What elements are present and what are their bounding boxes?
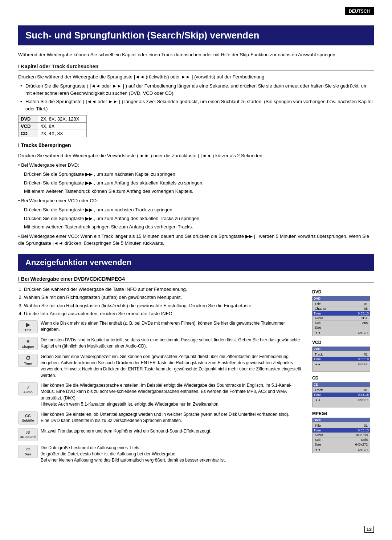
mpeg4-row-sub: SubNein <box>315 438 368 442</box>
speed-table: DVD 2X, 8X, 32X, 128X VCD 4X, 8X CD 2X, … <box>18 115 87 137</box>
main-title: Such- und Sprungfunktion (Search/Skip) v… <box>18 25 374 45</box>
section1-bullet-1: Drücken Sie die Sprungtaste ( |◄◄ oder ►… <box>25 82 374 97</box>
table-cell-format: DVD <box>19 115 38 123</box>
chapter-icon-label: Chapter <box>22 345 34 349</box>
table-cell-speeds: 2X, 8X, 32X, 128X <box>38 115 87 123</box>
side-column: DVD DVD Title01 Chapter05 Time0:05:13 Au… <box>312 286 374 467</box>
3dsound-icon-symbol: 3D <box>26 430 30 434</box>
icon-row-3dsound: 3D 3D Sound Mit zwei Frontlautsprechern … <box>18 428 305 441</box>
section2-dvd-item2: Drücken Sie die Sprungtaste ▶▶ , um zum … <box>24 179 374 187</box>
chapter-icon-badge: ≡ Chapter <box>18 337 38 350</box>
section2-bullet-group-vcd: • Bei Wiedergabe einer VCD oder CD: Drüc… <box>18 197 374 231</box>
table-cell-speeds: 2X, 4X, 8X <box>38 130 87 137</box>
section2-body1: Drücken Sie während der Wiedergabe die V… <box>18 152 374 159</box>
vcd-row-time: Time0:05:18 <box>313 357 370 362</box>
dvd-row-audio: Audio3DX <box>315 316 368 321</box>
numbered-steps: Drücken Sie während der Wiedergabe die T… <box>24 286 305 317</box>
mpeg4-row-title: Title01 <box>315 423 368 428</box>
subtitle-icon-symbol: CC <box>25 414 31 418</box>
icon-row-chapter: ≡ Chapter Die meisten DVDs sind in Kapit… <box>18 337 305 350</box>
dvd-row-chapter: Chapter05 <box>315 306 368 311</box>
section2-vcd-item3: Mit einem weiteren Tastendruck springen … <box>24 223 374 231</box>
section1-title: I Kapitel oder Track durchsuchen <box>18 64 374 70</box>
dvd-screen-header: DVD <box>313 296 370 301</box>
dvd-row-title: Title01 <box>315 302 368 306</box>
vcd-screen-mockup: VCD Track01 Time0:05:18 ◄◄ENTER <box>312 346 370 372</box>
dvd-panel-label: DVD <box>312 289 374 295</box>
audio-icon-badge: ♪ Audio <box>18 382 38 395</box>
section2-title: I Tracks überspringen <box>18 142 374 149</box>
mpeg4-screen-mockup: DivX Title01 Time0:05:13 AudioMP3 1/8 Su… <box>312 418 370 453</box>
size-icon-text: Die Dateigröße bestimmt die Auflösung ei… <box>41 445 305 464</box>
audio-icon-label: Audio <box>23 390 33 394</box>
section2-group-header-2: • Bei Wiedergabe einer VCD oder CD: <box>18 197 374 204</box>
step-2: Wählen Sie mit den Richtungstasten (auf/… <box>24 294 305 301</box>
time-icon-label: Time <box>24 362 32 365</box>
cd-row-time: Time0:43:18 <box>313 393 370 397</box>
cd-screen-header: CD <box>313 382 370 387</box>
table-cell-format: VCD <box>19 123 38 130</box>
title-icon-symbol: ▶ <box>26 322 30 328</box>
cd-screen-nav: ◄◄ENTER <box>315 398 368 402</box>
mpeg4-screen-header: DivX <box>313 418 370 422</box>
table-row: VCD 4X, 8X <box>19 123 87 130</box>
section2-vcd-item2: Drücken Sie die Sprungtaste ▶▶ , um zum … <box>24 215 374 222</box>
two-col-layout: Drücken Sie während der Wiedergabe die T… <box>18 286 374 467</box>
3dsound-icon-text: Mit zwei Frontlautsprechern und dem Kopf… <box>41 428 305 434</box>
section2-dvd-item1: Drücken Sie die Sprungtaste ▶▶ , um zum … <box>24 171 374 178</box>
vcd-screen-header: VCD <box>313 347 370 351</box>
section1-body1: Drücken Sie während der Wiedergabe die S… <box>18 73 374 81</box>
page-number: 13 <box>364 526 374 533</box>
dvd-screen-mockup: DVD Title01 Chapter05 Time0:05:13 Audio3… <box>312 296 370 336</box>
intro-text: Während der Wiedergabe können Sie schnel… <box>18 51 374 58</box>
section2-bullet-group-vcd2: • Bei Wiedergabe einer VCD: Wenn ein Tra… <box>18 233 374 247</box>
time-icon-symbol: ⏱ <box>25 355 30 361</box>
mpeg4-panel-label: MPEG4 <box>312 411 374 416</box>
cd-panel-label: CD <box>312 375 374 381</box>
section3-subsection-title: I Bei Wiedergabe einer DVD/VCD/CD/MPEG4 <box>18 276 374 283</box>
subtitle-icon-label: Subtitle <box>22 419 34 422</box>
icon-row-subtitle: CC Subtitle Hier können Sie einstellen, … <box>18 411 305 425</box>
table-row: DVD 2X, 8X, 32X, 128X <box>19 115 87 123</box>
time-icon-text: Geben Sie hier eine Wiedergabezeit ein. … <box>41 354 305 379</box>
section3-title: Anzeigefunktion verwenden <box>18 254 374 271</box>
chapter-icon-symbol: ≡ <box>26 338 29 344</box>
mpeg4-row-time: Time0:05:13 <box>313 428 370 433</box>
cd-screen-mockup: CD Track01 Time0:43:18 ◄◄ENTER <box>312 382 370 407</box>
mpeg4-screen-nav: ◄◄ENTER <box>315 448 368 451</box>
audio-icon-symbol: ♪ <box>27 384 29 390</box>
icon-row-title: ▶ Title Wenn die Disk mehr als einen Tit… <box>18 320 305 333</box>
icon-row-time: ⏱ Time Geben Sie hier eine Wiedergabezei… <box>18 354 305 379</box>
size-icon-label: Size <box>25 452 31 456</box>
3dsound-icon-label: 3D Sound <box>20 435 36 439</box>
icon-row-audio: ♪ Audio Hier können Sie die Wiedergabesp… <box>18 382 305 408</box>
title-icon-label: Title <box>25 328 31 332</box>
subtitle-icon-badge: CC Subtitle <box>18 411 38 425</box>
section1-bullet-2: Halten Sie die Sprungtaste ( |◄◄ oder ►►… <box>25 98 374 112</box>
icon-row-size: ▭ Size Die Dateigröße bestimmt die Auflö… <box>18 445 305 464</box>
vcd-screen-nav: ◄◄ENTER <box>315 363 368 366</box>
main-column: Drücken Sie während der Wiedergabe die T… <box>18 286 305 467</box>
mpeg4-row-size: Size640x272 <box>315 442 368 447</box>
title-icon-badge: ▶ Title <box>18 320 38 333</box>
table-cell-format: CD <box>19 130 38 137</box>
3dsound-icon-badge: 3D 3D Sound <box>18 428 38 441</box>
table-cell-speeds: 4X, 8X <box>38 123 87 130</box>
vcd-panel-label: VCD <box>312 340 374 345</box>
dvd-row-time: Time0:05:13 <box>313 311 370 316</box>
size-icon-symbol: ▭ <box>26 447 30 452</box>
audio-icon-text: Hier können Sie die Wiedergabesprache ei… <box>41 382 305 408</box>
dvd-row-sub: SubAus <box>315 321 368 325</box>
dvd-screen-nav: ◄◄ENTER <box>315 331 368 334</box>
section2-group-header-3: • Bei Wiedergabe einer VCD: Wenn ein Tra… <box>18 233 374 247</box>
section2-bullet-group-dvd: • Bei Wiedergabe einer DVD: Drücken Sie … <box>18 162 374 195</box>
vcd-row-track: Track01 <box>315 352 368 357</box>
section2-vcd-item1: Drücken Sie die Sprungtaste ▶▶ , um zum … <box>24 206 374 214</box>
section2-dvd-item3: Mit einem weiteren Tastendruck können Si… <box>24 188 374 195</box>
title-icon-text: Wenn die Disk mehr als einen Titel enthä… <box>41 320 305 333</box>
section2-group-header-1: • Bei Wiedergabe einer DVD: <box>18 162 374 169</box>
cd-row-track: Track01 <box>315 388 368 393</box>
language-badge: DEUTSCH <box>345 7 374 15</box>
step-4: Um die Info-Anzeige auszublenden, drücke… <box>24 310 305 317</box>
mpeg4-row-audio: AudioMP3 1/8 <box>315 433 368 438</box>
